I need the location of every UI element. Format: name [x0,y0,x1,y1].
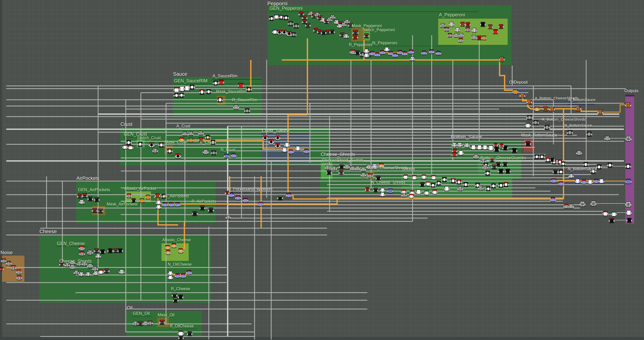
graph-node[interactable] [283,148,287,152]
graph-node[interactable] [351,166,354,171]
graph-node[interactable] [149,143,154,147]
graph-node[interactable] [459,151,463,155]
graph-node[interactable] [499,169,503,174]
graph-node[interactable] [591,201,596,206]
graph-node[interactable] [482,36,486,40]
graph-node[interactable] [180,86,184,91]
graph-node[interactable] [174,298,178,302]
graph-node[interactable] [425,190,429,195]
graph-node[interactable] [212,150,216,155]
graph-node[interactable] [441,23,445,28]
graph-node[interactable] [282,30,286,35]
graph-node[interactable] [172,243,176,248]
graph-node[interactable] [535,154,539,159]
graph-node[interactable] [559,181,563,186]
graph-node[interactable] [188,331,192,336]
graph-node[interactable] [174,87,179,92]
graph-node[interactable] [627,218,631,223]
graph-node[interactable] [493,29,498,34]
graph-node[interactable] [118,248,122,253]
graph-node[interactable] [417,190,421,194]
graph-node[interactable] [437,181,441,185]
graph-node[interactable] [479,186,483,190]
graph-node[interactable] [381,192,384,196]
graph-node[interactable] [2,258,6,263]
graph-node[interactable] [499,183,503,188]
graph-node[interactable] [464,182,468,187]
graph-node[interactable] [569,174,573,178]
graph-node[interactable] [527,115,532,120]
graph-node[interactable] [88,196,92,201]
graph-node[interactable] [472,35,476,40]
graph-node[interactable] [520,93,525,98]
graph-node[interactable] [420,182,424,187]
graph-node[interactable] [430,49,433,54]
graph-node[interactable] [626,136,631,141]
graph-node[interactable] [187,270,191,275]
graph-node[interactable] [169,271,172,275]
graph-node[interactable] [214,81,218,85]
graph-node[interactable] [93,208,97,213]
graph-node[interactable] [552,178,556,183]
graph-node[interactable] [361,173,365,177]
graph-node[interactable] [500,57,504,62]
graph-node[interactable] [17,275,21,280]
graph-node[interactable] [535,107,539,111]
graph-node[interactable] [489,146,493,150]
graph-node[interactable] [88,263,92,268]
graph-node[interactable] [11,265,16,270]
graph-node[interactable] [398,50,402,54]
graph-node[interactable] [331,15,335,19]
graph-node[interactable] [209,208,213,213]
graph-node[interactable] [412,175,416,180]
graph-node[interactable] [99,269,103,274]
graph-node[interactable] [231,153,235,158]
graph-node[interactable] [495,147,499,152]
graph-node[interactable] [259,202,263,206]
graph-node[interactable] [138,142,142,147]
graph-node[interactable] [598,110,602,115]
graph-node[interactable] [587,131,591,137]
graph-node[interactable] [95,197,99,202]
graph-node[interactable] [166,250,170,255]
graph-node[interactable] [173,293,177,297]
graph-node[interactable] [580,201,585,207]
graph-node[interactable] [471,145,475,150]
graph-node[interactable] [488,24,492,29]
graph-node[interactable] [388,188,392,193]
graph-node[interactable] [77,261,82,266]
graph-node[interactable] [576,106,580,111]
graph-node[interactable] [483,145,487,150]
graph-node[interactable] [65,263,69,267]
graph-node[interactable] [289,149,293,154]
graph-node[interactable] [626,202,631,207]
graph-node[interactable] [133,321,137,326]
graph-node[interactable] [140,198,144,203]
graph-node[interactable] [381,188,384,192]
graph-node[interactable] [176,202,180,207]
graph-node[interactable] [603,211,608,216]
graph-node[interactable] [306,23,310,27]
graph-node[interactable] [527,100,531,104]
graph-node[interactable] [526,141,530,146]
graph-node[interactable] [127,140,131,145]
graph-node[interactable] [344,34,348,38]
graph-node[interactable] [626,164,630,169]
graph-node[interactable] [481,22,485,27]
graph-node[interactable] [597,164,601,169]
graph-node[interactable] [422,175,426,179]
graph-node[interactable] [263,135,267,140]
graph-node[interactable] [466,22,470,27]
graph-node[interactable] [365,33,369,38]
graph-node[interactable] [353,35,357,39]
graph-node[interactable] [168,149,172,153]
graph-node[interactable] [70,265,74,269]
graph-canvas[interactable]: PepporniGEN_PepperoniMask_PepperoniSwitc… [0,0,644,340]
graph-node[interactable] [330,29,334,34]
graph-node[interactable] [385,47,389,51]
graph-node[interactable] [199,131,203,135]
graph-node[interactable] [477,145,481,150]
graph-node[interactable] [296,146,300,151]
graph-node[interactable] [279,15,283,19]
graph-node[interactable] [234,105,238,110]
